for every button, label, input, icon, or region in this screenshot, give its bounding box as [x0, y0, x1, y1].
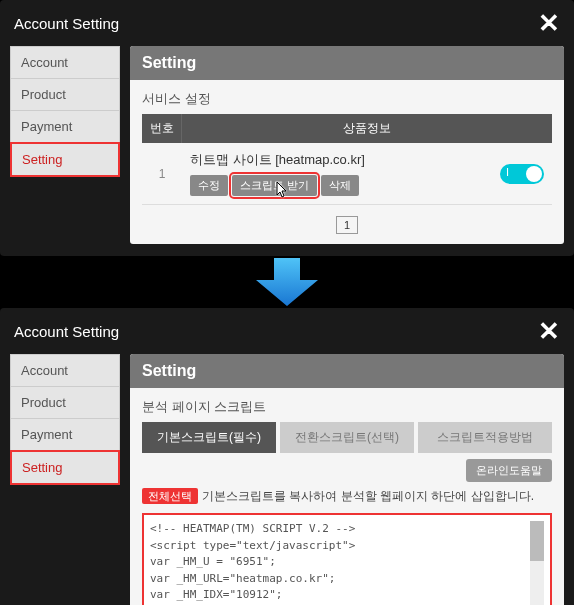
panel-header: Setting — [130, 354, 564, 388]
get-script-button[interactable]: 스크립트 받기 — [232, 175, 317, 196]
edit-button[interactable]: 수정 — [190, 175, 228, 196]
online-help-button[interactable]: 온라인도움말 — [466, 459, 552, 482]
close-icon[interactable]: ✕ — [538, 10, 560, 36]
sidebar-item-payment[interactable]: Payment — [10, 418, 120, 450]
sidebar-item-account[interactable]: Account — [10, 46, 120, 78]
table-row: 1 히트맵 사이트 [heatmap.co.kr] 수정 스크립트 받기 삭제 — [142, 143, 552, 205]
scroll-thumb[interactable] — [530, 521, 544, 561]
col-number: 번호 — [142, 114, 182, 143]
close-icon[interactable]: ✕ — [538, 318, 560, 344]
arrow-down-icon — [0, 258, 574, 306]
sidebar-item-product[interactable]: Product — [10, 386, 120, 418]
window-title: Account Setting — [14, 15, 119, 32]
window-title: Account Setting — [14, 323, 119, 340]
select-all-badge[interactable]: 전체선택 — [142, 488, 198, 504]
sidebar: Account Product Payment Setting — [10, 46, 120, 244]
toggle-knob — [526, 166, 542, 182]
sidebar: Account Product Payment Setting — [10, 354, 120, 605]
section-title: 서비스 설정 — [142, 90, 552, 108]
script-content[interactable]: <!-- HEATMAP(TM) SCRIPT V.2 --> <script … — [150, 521, 530, 605]
notice-text: 기본스크립트를 복사하여 분석할 웹페이지 하단에 삽입합니다. — [202, 489, 534, 503]
panel-header: Setting — [130, 46, 564, 80]
sidebar-item-product[interactable]: Product — [10, 78, 120, 110]
notice-row: 전체선택기본스크립트를 복사하여 분석할 웹페이지 하단에 삽입합니다. — [142, 488, 552, 505]
col-info: 상품정보 — [182, 114, 552, 143]
row-number: 1 — [142, 167, 182, 181]
tab-basic-script[interactable]: 기본스크립트(필수) — [142, 422, 276, 453]
scrollbar[interactable] — [530, 521, 544, 605]
tab-apply-method[interactable]: 스크립트적용방법 — [418, 422, 552, 453]
delete-button[interactable]: 삭제 — [321, 175, 359, 196]
sidebar-item-account[interactable]: Account — [10, 354, 120, 386]
sidebar-item-setting[interactable]: Setting — [10, 450, 120, 485]
section-title: 분석 페이지 스크립트 — [142, 398, 552, 416]
tab-conversion-script[interactable]: 전환스크립트(선택) — [280, 422, 414, 453]
pagination: 1 — [142, 215, 552, 234]
toggle-label: I — [506, 166, 509, 178]
table-header: 번호 상품정보 — [142, 114, 552, 143]
tab-bar: 기본스크립트(필수) 전환스크립트(선택) 스크립트적용방법 — [142, 422, 552, 453]
sidebar-item-setting[interactable]: Setting — [10, 142, 120, 177]
sidebar-item-payment[interactable]: Payment — [10, 110, 120, 142]
enable-toggle[interactable]: I — [500, 164, 544, 184]
site-name: 히트맵 사이트 [heatmap.co.kr] — [190, 151, 500, 169]
script-textarea[interactable]: <!-- HEATMAP(TM) SCRIPT V.2 --> <script … — [142, 513, 552, 605]
page-1[interactable]: 1 — [336, 216, 358, 234]
